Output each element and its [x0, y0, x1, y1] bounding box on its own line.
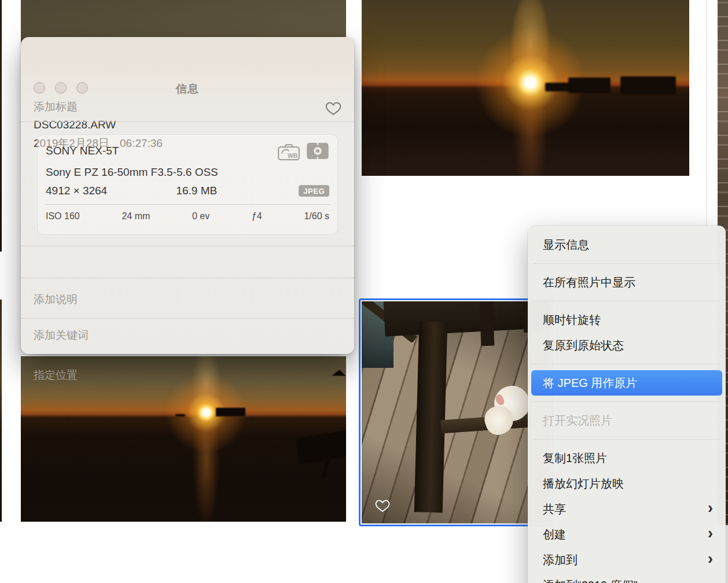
white-balance-icon: WB	[277, 142, 300, 161]
menu-item-show-in-all-photos[interactable]: 在所有照片中显示	[528, 270, 726, 295]
svg-text:WB: WB	[288, 153, 297, 159]
menu-item-open-live-photo: 打开实况照片	[528, 408, 726, 433]
submenu-chevron-icon: ›	[708, 546, 713, 574]
info-panel: 信息 添加标题 DSC03228.ARW 2019年2月28日06:27:36 …	[21, 37, 354, 354]
menu-separator	[534, 439, 720, 440]
iso-text: ISO 160	[46, 211, 80, 222]
divider	[45, 204, 330, 205]
menu-separator	[534, 364, 720, 364]
stilt-house-silhouette	[216, 408, 245, 417]
stilt-house-silhouette	[568, 78, 611, 93]
selected-photo-content	[362, 301, 550, 523]
favorite-heart-icon[interactable]	[375, 499, 390, 512]
dimensions-text: 4912 × 3264	[46, 185, 176, 197]
roof-silhouette	[332, 370, 346, 376]
photo-thumbnail-left-edge-bottom[interactable]	[0, 300, 2, 522]
favorite-heart-icon[interactable]	[325, 101, 341, 116]
menu-item-play-slideshow[interactable]: 播放幻灯片放映	[528, 471, 726, 496]
divider	[21, 278, 354, 278]
exif-card: SONY NEX-5T WB	[37, 134, 338, 235]
menu-separator	[534, 401, 720, 402]
stilt-house-silhouette	[545, 83, 571, 91]
menu-item-revert-to-original[interactable]: 复原到原始状态	[528, 333, 726, 358]
menu-item-share[interactable]: 共享 ›	[528, 496, 726, 522]
panel-title: 信息	[21, 82, 354, 97]
submenu-chevron-icon: ›	[708, 521, 713, 548]
divider	[21, 246, 354, 246]
menu-separator	[534, 263, 720, 264]
divider	[21, 318, 354, 319]
format-badge: JPEG	[299, 185, 329, 197]
wooden-post	[414, 321, 447, 512]
window-edge-line	[706, 0, 707, 226]
submenu-chevron-icon: ›	[708, 495, 713, 523]
selected-photo-pier-pig[interactable]	[359, 298, 553, 526]
location-field[interactable]: 指定位置	[34, 368, 78, 383]
menu-item-add-to-album[interactable]: 添加到“2019 度假”	[528, 573, 726, 583]
filename-text: DSC03228.ARW	[34, 119, 116, 131]
menu-item-use-jpeg-as-original[interactable]: 将 JPEG 用作原片	[531, 370, 722, 396]
divider	[21, 121, 354, 122]
menu-item-add-to[interactable]: 添加到 ›	[528, 547, 726, 573]
context-menu: 显示信息 在所有照片中显示 顺时针旋转 复原到原始状态 将 JPEG 用作原片 …	[528, 226, 726, 583]
keywords-field[interactable]: 添加关键词	[34, 328, 89, 343]
pier-silhouette	[296, 430, 346, 464]
photo-thumbnail-sunset-sea[interactable]	[362, 0, 689, 176]
camera-model-text: SONY NEX-5T	[46, 142, 277, 157]
title-field[interactable]: 添加标题	[34, 99, 78, 115]
boat-silhouette	[175, 414, 185, 417]
white-pig	[484, 386, 530, 434]
shutter-speed-text: 1/60 s	[304, 211, 329, 222]
aperture-text: ƒ4	[252, 211, 262, 222]
metering-mode-icon	[306, 142, 329, 161]
focal-length-text: 24 mm	[122, 211, 150, 222]
menu-item-duplicate-photo[interactable]: 复制1张照片	[528, 445, 726, 471]
table-leg	[480, 301, 494, 346]
photo-thumbnail-left-edge-top[interactable]	[0, 0, 2, 252]
menu-item-rotate-clockwise[interactable]: 顺时针旋转	[528, 307, 726, 333]
caption-field[interactable]: 添加说明	[34, 292, 78, 307]
menu-item-show-info[interactable]: 显示信息	[528, 232, 726, 257]
menu-item-create[interactable]: 创建 ›	[528, 522, 726, 547]
lens-text: Sony E PZ 16-50mm F3.5-5.6 OSS	[46, 166, 329, 179]
exposure-bias-text: 0 ev	[192, 211, 209, 222]
stilt-house-silhouette	[620, 76, 676, 94]
file-size-text: 16.9 MB	[176, 185, 299, 197]
menu-separator	[534, 301, 720, 301]
